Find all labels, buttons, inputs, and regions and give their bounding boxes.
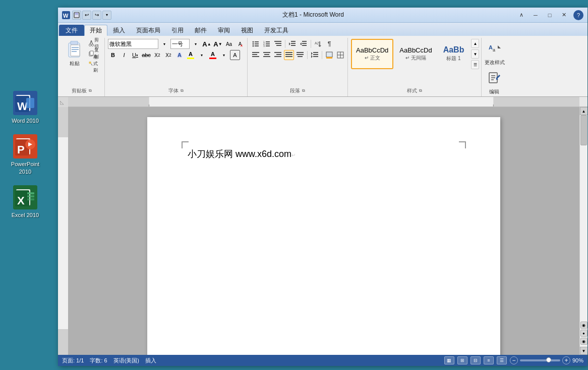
line-spacing-btn[interactable] bbox=[310, 50, 320, 60]
svg-rect-64 bbox=[252, 56, 259, 57]
style-normal[interactable]: AaBbCcDd ↵ 正文 bbox=[351, 39, 393, 69]
prev-page-btn[interactable]: ◉ bbox=[580, 322, 587, 329]
tab-review[interactable]: 审阅 bbox=[212, 25, 236, 36]
highlight-dropdown-btn[interactable]: ▾ bbox=[197, 50, 207, 60]
increase-indent-btn[interactable] bbox=[299, 39, 309, 49]
border-btn[interactable] bbox=[335, 50, 345, 60]
web-layout-btn[interactable]: ⊟ bbox=[471, 356, 481, 364]
outline-view-btn[interactable]: ≡ bbox=[484, 356, 494, 364]
zoom-out-btn[interactable]: − bbox=[510, 356, 518, 364]
numbering-icon: 1. 2. 3. bbox=[263, 40, 270, 47]
scroll-up-btn[interactable]: ▲ bbox=[580, 107, 588, 115]
draft-view-btn[interactable]: ☰ bbox=[497, 356, 507, 364]
highlight-color-btn[interactable]: A bbox=[186, 50, 196, 60]
redo-quick-btn[interactable]: ↪ bbox=[92, 11, 101, 20]
select-browse-btn[interactable]: ● bbox=[580, 330, 587, 337]
font-border-btn[interactable]: A bbox=[230, 50, 240, 60]
subscript-btn[interactable]: X2 bbox=[152, 50, 162, 60]
show-marks-btn[interactable]: ¶ bbox=[324, 39, 334, 49]
next-page-btn[interactable]: ◉ bbox=[580, 338, 587, 345]
align-distributed-btn[interactable] bbox=[295, 50, 305, 60]
document-content[interactable]: 小刀娱乐网 www.x6d.com↵ bbox=[188, 147, 460, 161]
tab-file[interactable]: 文件 bbox=[59, 25, 84, 36]
zoom-in-btn[interactable]: + bbox=[562, 356, 570, 364]
word-2010-icon[interactable]: W Word 2010 bbox=[5, 91, 45, 124]
ribbon-collapse-btn[interactable]: ∧ bbox=[515, 10, 528, 20]
document-page[interactable]: 小刀娱乐网 www.x6d.com↵ bbox=[147, 117, 500, 355]
increase-font-btn[interactable]: A▲ bbox=[202, 39, 212, 49]
text-effect-btn[interactable]: A bbox=[174, 50, 185, 60]
styles-scroll-up-btn[interactable]: ▲ bbox=[471, 39, 479, 48]
numbering-btn[interactable]: 1. 2. 3. bbox=[262, 39, 272, 49]
undo-quick-btn[interactable]: ↩ bbox=[82, 11, 91, 20]
style-heading1[interactable]: AaBb 标题 1 bbox=[438, 39, 469, 69]
help-btn[interactable]: ? bbox=[573, 10, 583, 20]
svg-point-28 bbox=[89, 44, 91, 46]
underline-btn[interactable]: U▾ bbox=[130, 50, 140, 60]
shading-btn[interactable] bbox=[324, 50, 334, 60]
save-quick-btn[interactable] bbox=[72, 11, 81, 20]
align-right-btn[interactable] bbox=[273, 50, 283, 60]
tab-view[interactable]: 视图 bbox=[236, 25, 259, 36]
maximize-btn[interactable]: □ bbox=[543, 10, 556, 20]
tab-references[interactable]: 引用 bbox=[166, 25, 189, 36]
excel-icon-label: Excel 2010 bbox=[12, 212, 39, 219]
style-nospace[interactable]: AaBbCcDd ↵ 无间隔 bbox=[394, 39, 437, 69]
edit-btn[interactable] bbox=[485, 68, 504, 87]
clipboard-expand-icon[interactable]: ⧉ bbox=[88, 88, 93, 93]
font-color-btn[interactable]: A bbox=[208, 50, 218, 60]
excel-2010-icon[interactable]: X Excel 2010 bbox=[5, 185, 45, 219]
paragraph-expand-icon[interactable]: ⧉ bbox=[301, 88, 306, 93]
font-size-input[interactable] bbox=[170, 39, 190, 49]
customize-quick-btn[interactable]: ▾ bbox=[102, 11, 111, 20]
tab-mailings[interactable]: 邮件 bbox=[189, 25, 212, 36]
print-layout-btn[interactable]: ▦ bbox=[444, 356, 454, 364]
zoom-thumb[interactable] bbox=[546, 357, 551, 362]
font-color-dropdown-btn[interactable]: ▾ bbox=[219, 50, 229, 60]
full-reading-btn[interactable]: ⊞ bbox=[457, 356, 467, 364]
tab-insert[interactable]: 插入 bbox=[107, 25, 131, 36]
multilevel-list-btn[interactable] bbox=[273, 39, 283, 49]
ppt-icon-label: PowerPoint2010 bbox=[11, 161, 39, 175]
scroll-track[interactable] bbox=[580, 115, 587, 320]
tab-home[interactable]: 开始 bbox=[84, 25, 107, 36]
zoom-track[interactable] bbox=[520, 359, 560, 361]
svg-rect-16 bbox=[27, 198, 34, 200]
close-btn[interactable]: ✕ bbox=[557, 10, 570, 20]
bullets-btn[interactable] bbox=[251, 39, 261, 49]
change-case-btn[interactable]: Aa bbox=[224, 39, 234, 49]
clear-format-btn[interactable]: A✕ bbox=[235, 39, 245, 49]
paste-button[interactable]: 粘贴 bbox=[62, 39, 87, 69]
powerpoint-2010-icon[interactable]: P PowerPoint2010 bbox=[5, 134, 45, 175]
svg-rect-39 bbox=[255, 43, 259, 44]
svg-text:AZ: AZ bbox=[315, 41, 320, 45]
strikethrough-btn[interactable]: abc bbox=[141, 50, 151, 60]
format-painter-btn[interactable]: 格式刷 bbox=[88, 59, 102, 68]
font-name-dropdown[interactable]: ▾ bbox=[159, 39, 169, 49]
align-left-btn[interactable] bbox=[251, 50, 261, 60]
document-canvas[interactable]: 小刀娱乐网 www.x6d.com↵ bbox=[68, 107, 579, 355]
styles-expand-icon[interactable]: ⧉ bbox=[418, 88, 423, 93]
styles-scroll-more-btn[interactable]: ☰ bbox=[471, 60, 479, 69]
scroll-down-btn[interactable]: ▼ bbox=[580, 347, 588, 355]
tab-developer[interactable]: 开发工具 bbox=[259, 25, 294, 36]
sort-btn[interactable]: AZ bbox=[313, 39, 323, 49]
scroll-thumb[interactable] bbox=[580, 115, 587, 145]
decrease-indent-btn[interactable] bbox=[287, 39, 298, 49]
font-size-dropdown[interactable]: ▾ bbox=[191, 39, 201, 49]
para-row1: 1. 2. 3. bbox=[251, 39, 345, 49]
font-expand-icon[interactable]: ⧉ bbox=[180, 88, 185, 93]
editing-content: A a 更改样式 bbox=[485, 39, 505, 95]
decrease-font-btn[interactable]: A▼ bbox=[213, 39, 223, 49]
tab-pagelayout[interactable]: 页面布局 bbox=[131, 25, 166, 36]
font-name-input[interactable] bbox=[108, 39, 158, 49]
italic-btn[interactable]: I bbox=[119, 50, 129, 60]
bold-btn[interactable]: B bbox=[108, 50, 118, 60]
change-style-btn[interactable]: A a bbox=[485, 39, 504, 58]
justify-btn[interactable] bbox=[284, 50, 294, 60]
superscript-btn[interactable]: X2 bbox=[163, 50, 173, 60]
svg-rect-70 bbox=[274, 56, 281, 57]
minimize-btn[interactable]: ─ bbox=[529, 10, 542, 20]
align-center-btn[interactable] bbox=[262, 50, 272, 60]
styles-scroll-down-btn[interactable]: ▼ bbox=[471, 49, 479, 59]
